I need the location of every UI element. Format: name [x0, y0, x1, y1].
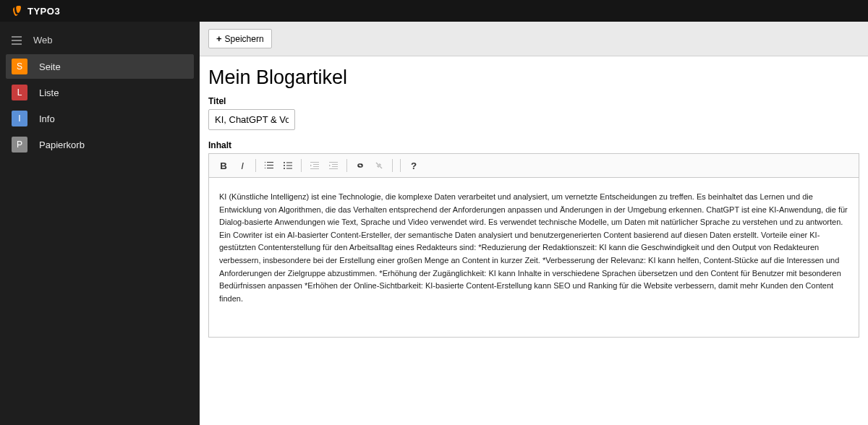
sidebar-item-info[interactable]: IInfo: [6, 106, 194, 131]
sidebar-item-papierkorb[interactable]: PPapierkorb: [6, 132, 194, 157]
sidebar: Web SSeiteLListeIInfoPPapierkorb: [0, 22, 200, 425]
toolbar-separator: [346, 159, 347, 172]
unlink-button: [370, 157, 388, 174]
toolbar-separator: [392, 159, 393, 172]
sidebar-item-liste[interactable]: LListe: [6, 80, 194, 105]
title-input[interactable]: [208, 109, 295, 130]
page-heading: Mein Blogartikel: [208, 66, 859, 89]
link-icon: [355, 160, 365, 171]
plus-icon: +: [216, 33, 222, 44]
save-button-label: Speichern: [225, 34, 264, 44]
title-field-label: Titel: [208, 96, 859, 106]
nav-group-label: Web: [33, 35, 53, 46]
brand-name: TYPO3: [27, 6, 60, 17]
nav-item-label: Seite: [39, 61, 61, 72]
ordered-list-icon: [264, 160, 274, 171]
svg-point-2: [284, 168, 285, 169]
svg-point-0: [284, 162, 285, 163]
link-button[interactable]: [352, 157, 369, 174]
nav-item-label: Papierkorb: [39, 139, 85, 150]
nav-item-label: Info: [39, 113, 55, 124]
indent-button: [325, 157, 342, 174]
bold-button[interactable]: B: [215, 157, 232, 174]
main-content: + Speichern Mein Blogartikel Titel Inhal…: [200, 22, 868, 425]
action-toolbar: + Speichern: [200, 22, 868, 56]
typo3-logo-icon: [12, 5, 23, 17]
editor-content[interactable]: KI (Künstliche Intelligenz) ist eine Tec…: [209, 178, 859, 337]
toolbar-separator: [301, 159, 302, 172]
ordered-list-button[interactable]: [260, 157, 278, 174]
content-field-label: Inhalt: [208, 140, 859, 150]
nav-badge: I: [12, 111, 27, 126]
unordered-list-button[interactable]: [279, 157, 297, 174]
help-button[interactable]: ?: [405, 157, 422, 174]
outdent-icon: [310, 160, 320, 171]
nav-badge: P: [12, 137, 27, 153]
save-button[interactable]: + Speichern: [208, 29, 272, 48]
unlink-icon: [374, 160, 384, 171]
brand-logo[interactable]: TYPO3: [12, 5, 60, 17]
outdent-button: [306, 157, 323, 174]
topbar: TYPO3: [0, 0, 868, 22]
toolbar-separator: [255, 159, 256, 172]
nav-badge: S: [12, 59, 27, 74]
toolbar-separator: [400, 159, 401, 172]
sidebar-item-seite[interactable]: SSeite: [6, 54, 194, 79]
italic-button[interactable]: I: [234, 157, 251, 174]
nav-item-label: Liste: [39, 87, 59, 98]
rich-text-editor: B I: [208, 153, 859, 338]
nav-badge: L: [12, 85, 27, 100]
editor-toolbar: B I: [209, 154, 859, 178]
hamburger-icon: [12, 36, 22, 45]
unordered-list-icon: [283, 160, 293, 171]
svg-point-1: [284, 165, 285, 166]
nav-group-web[interactable]: Web: [0, 27, 200, 53]
indent-icon: [328, 160, 339, 171]
